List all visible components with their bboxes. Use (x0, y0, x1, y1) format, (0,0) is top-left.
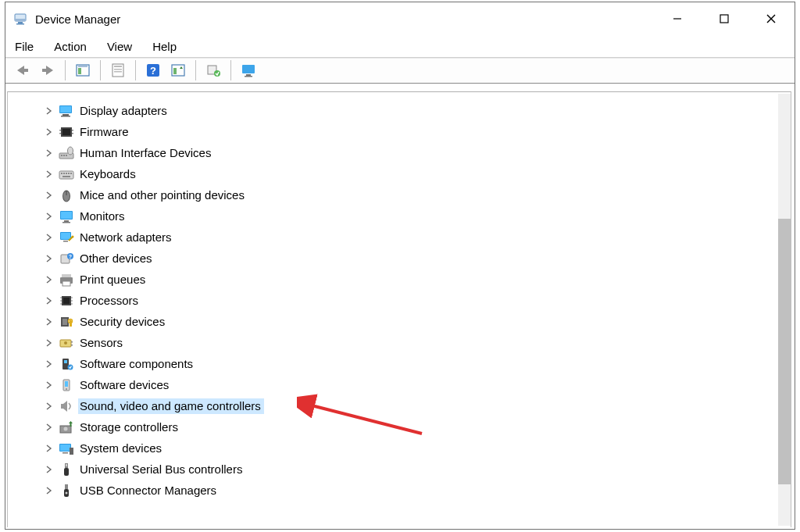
toolbar-separator (135, 60, 136, 80)
expander-icon[interactable] (44, 445, 55, 452)
svg-rect-74 (62, 319, 67, 325)
menu-view[interactable]: View (105, 38, 134, 55)
hid-icon (58, 145, 75, 161)
tree-item-label: Processors (78, 293, 141, 309)
keyboard-icon (58, 166, 75, 182)
svg-rect-41 (59, 171, 73, 179)
svg-rect-44 (66, 173, 67, 174)
tree-item[interactable]: Software components (44, 353, 791, 374)
help-button[interactable]: ? (142, 59, 164, 81)
svg-point-77 (64, 341, 67, 345)
svg-rect-11 (78, 68, 81, 74)
expander-icon[interactable] (44, 149, 55, 157)
expander-icon[interactable] (44, 276, 55, 284)
tree-view[interactable]: Display adaptersFirmwareHuman Interface … (7, 91, 791, 527)
show-hidden-button[interactable] (72, 59, 94, 81)
svg-rect-1 (15, 19, 26, 21)
svg-rect-43 (63, 173, 65, 174)
software-component-icon (58, 356, 75, 372)
expander-icon[interactable] (44, 466, 55, 473)
scrollbar-thumb[interactable] (778, 219, 791, 484)
tree-item[interactable]: Monitors (44, 205, 791, 227)
tree-item[interactable]: Software devices (44, 374, 791, 395)
svg-rect-53 (64, 220, 69, 222)
usb-connector-icon (58, 483, 75, 498)
titlebar[interactable]: Device Manager (5, 2, 795, 35)
expander-icon[interactable] (44, 191, 55, 199)
tree-item-label: Sensors (78, 335, 126, 351)
forward-button[interactable] (37, 59, 59, 81)
network-icon (58, 230, 75, 245)
svg-rect-9 (42, 69, 47, 72)
mouse-icon (58, 187, 75, 203)
expander-icon[interactable] (44, 402, 55, 410)
expander-icon[interactable] (44, 170, 55, 178)
tree-item[interactable]: Sensors (44, 332, 791, 353)
update-driver-button[interactable] (202, 59, 224, 81)
tree-item[interactable]: Firmware (44, 121, 791, 142)
maximize-button[interactable] (701, 2, 748, 35)
expander-icon[interactable] (44, 107, 55, 115)
svg-rect-24 (246, 74, 251, 76)
svg-point-58 (72, 235, 74, 237)
properties-button[interactable] (107, 59, 129, 81)
svg-rect-96 (65, 484, 68, 489)
back-button[interactable] (12, 59, 34, 81)
svg-rect-57 (63, 241, 68, 242)
monitor-button[interactable] (238, 59, 259, 81)
firmware-icon (58, 124, 75, 140)
tree-item[interactable]: Display adapters (44, 100, 791, 121)
tree-item-label: Firmware (78, 124, 132, 140)
tree-item[interactable]: Print queues (44, 269, 791, 290)
tree-item[interactable]: Human Interface Devices (44, 142, 791, 163)
tree-item[interactable]: Storage controllers (44, 416, 791, 437)
tree-item[interactable]: Sound, video and game controllers (44, 395, 791, 416)
minimize-button[interactable] (654, 2, 701, 35)
expander-icon[interactable] (44, 297, 55, 305)
tree-item-label: Keyboards (78, 166, 139, 182)
expander-icon[interactable] (44, 381, 55, 389)
svg-rect-3 (16, 23, 24, 25)
svg-rect-81 (64, 360, 67, 363)
menu-action[interactable]: Action (52, 38, 88, 55)
printer-icon (58, 272, 75, 287)
menu-file[interactable]: File (13, 38, 35, 55)
svg-rect-35 (72, 133, 73, 134)
tree-item[interactable]: Keyboards (44, 163, 791, 184)
tree-item[interactable]: Network adapters (44, 227, 791, 248)
expander-icon[interactable] (44, 212, 55, 220)
scan-hardware-button[interactable] (167, 59, 189, 81)
tree-item[interactable]: Universal Serial Bus controllers (44, 459, 791, 480)
expander-icon[interactable] (44, 487, 55, 495)
svg-rect-45 (68, 173, 70, 174)
system-icon (58, 441, 75, 456)
tree-item[interactable]: Processors (44, 290, 791, 311)
expander-icon[interactable] (44, 255, 55, 262)
expander-icon[interactable] (44, 423, 55, 431)
svg-text:?: ? (150, 65, 156, 77)
close-button[interactable] (748, 2, 795, 35)
svg-point-40 (68, 147, 73, 155)
svg-rect-78 (71, 341, 73, 343)
expander-icon[interactable] (44, 318, 55, 326)
expander-icon[interactable] (44, 234, 55, 241)
display-adapter-icon (58, 103, 75, 119)
svg-point-98 (66, 491, 68, 494)
svg-rect-29 (61, 116, 70, 117)
tree-item[interactable]: System devices (44, 437, 791, 459)
tree-item[interactable]: USB Connector Managers (44, 480, 791, 501)
sound-icon (58, 398, 75, 414)
tree-item-label: Monitors (78, 209, 128, 224)
svg-rect-16 (114, 71, 122, 73)
expander-icon[interactable] (44, 128, 55, 136)
tree-item[interactable]: Security devices (44, 311, 791, 332)
app-icon (13, 12, 27, 26)
scrollbar[interactable] (778, 94, 791, 526)
expander-icon[interactable] (44, 339, 55, 347)
expander-icon[interactable] (44, 360, 55, 368)
tree-item[interactable]: Mice and other pointing devices (44, 184, 791, 205)
storage-icon (58, 420, 75, 435)
menu-help[interactable]: Help (151, 38, 178, 55)
svg-rect-8 (23, 69, 28, 72)
tree-item[interactable]: ?Other devices (44, 248, 791, 269)
